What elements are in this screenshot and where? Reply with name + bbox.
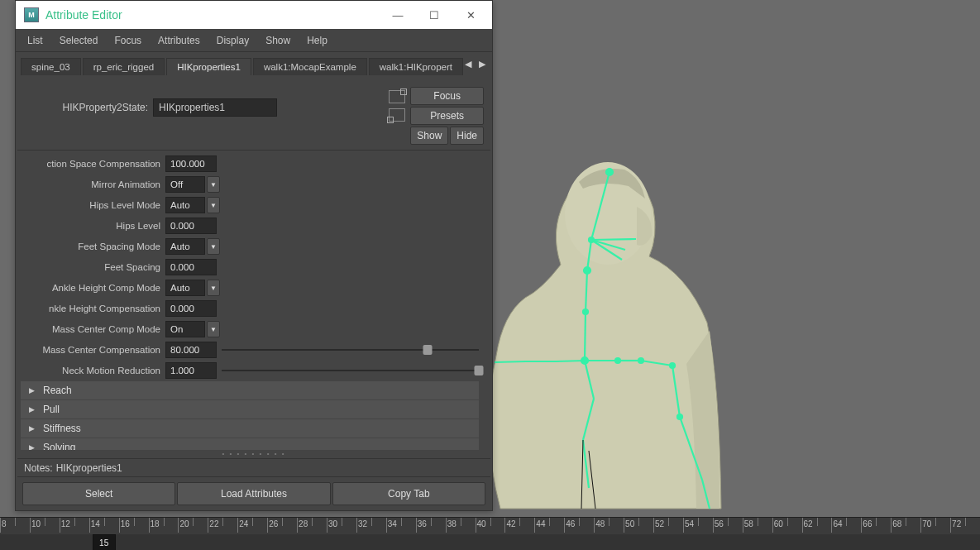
chevron-down-icon[interactable]: ▼ (207, 238, 220, 255)
disclosure-triangle-icon: ▶ (29, 405, 35, 414)
svg-line-10 (585, 312, 586, 361)
tick-label: 72 (952, 519, 961, 528)
tick-label: 28 (299, 519, 308, 528)
tick-label: 64 (833, 519, 842, 528)
minimize-button[interactable]: — (380, 2, 416, 27)
presets-button[interactable]: Presets (410, 107, 484, 125)
tick-label: 52 (655, 519, 664, 528)
resize-grip[interactable]: • • • • • • • • • (17, 450, 490, 458)
attribute-scroll-area[interactable]: ction Space CompensationMirror Animation… (17, 151, 490, 450)
node-name-input[interactable] (153, 98, 277, 117)
timeline-ruler[interactable]: 8101214161820222426283032343638404244464… (0, 518, 980, 534)
field-ankle-height-comp: nkle Height Compensation (21, 299, 479, 318)
menu-attributes[interactable]: Attributes (150, 31, 208, 50)
menu-list[interactable]: List (19, 31, 51, 50)
field-label: nkle Height Compensation (21, 304, 165, 313)
ankle-height-comp-mode-dropdown[interactable]: Auto (165, 280, 205, 296)
field-action-space-comp: ction Space Compensation (21, 154, 479, 174)
current-frame-marker[interactable]: 15 (93, 534, 116, 550)
feet-spacing-mode-dropdown[interactable]: Auto (165, 238, 205, 255)
tick-label: 36 (418, 519, 427, 528)
tick-label: 46 (566, 519, 575, 528)
tick-label: 32 (358, 519, 367, 528)
tab-scroll-right-icon[interactable]: ▶ (476, 59, 489, 69)
section-reach[interactable]: ▶Reach (21, 381, 479, 399)
menu-selected[interactable]: Selected (51, 31, 107, 50)
field-label: ction Space Compensation (21, 159, 165, 169)
menu-focus[interactable]: Focus (106, 31, 150, 50)
load-attributes-button[interactable]: Load Attributes (177, 482, 330, 505)
show-button[interactable]: Show (410, 127, 448, 145)
field-label: Feet Spacing Mode (21, 242, 165, 251)
tick-label: 14 (91, 519, 100, 528)
select-button[interactable]: Select (22, 482, 175, 505)
menu-show[interactable]: Show (257, 31, 299, 50)
tab-walk1-hikpropert[interactable]: walk1:HIKpropert (369, 58, 463, 75)
svg-line-24 (495, 361, 526, 362)
field-mass-center-comp: Mass Center Compensation (21, 340, 479, 360)
ankle-height-comp-input[interactable] (165, 300, 217, 317)
feet-spacing-input[interactable] (165, 259, 217, 275)
tab-scroll-left-icon[interactable]: ◀ (461, 59, 475, 69)
section-label: Solving (43, 442, 75, 450)
disclosure-triangle-icon: ▶ (29, 424, 35, 433)
field-label: Mass Center Compensation (21, 345, 165, 355)
tick-label: 12 (61, 519, 70, 528)
neck-motion-reduction-input[interactable] (165, 362, 217, 379)
tab-spine-03[interactable]: spine_03 (21, 58, 81, 75)
maximize-button[interactable]: ☐ (416, 2, 452, 27)
field-label: Hips Level (21, 221, 165, 231)
hips-level-input[interactable] (165, 218, 217, 234)
tabstrip: spine_03rp_eric_riggedHIKproperties1walk… (17, 52, 490, 75)
copy-tab-button[interactable]: Copy Tab (332, 482, 485, 505)
tab-rp-eric-rigged[interactable]: rp_eric_rigged (83, 58, 165, 75)
mass-center-comp-slider[interactable] (222, 342, 479, 358)
tick-label: 62 (804, 519, 813, 528)
tab-walk1-mocapexample[interactable]: walk1:MocapExample (253, 58, 367, 75)
outgoing-conn-icon[interactable] (389, 90, 405, 103)
close-button[interactable]: ✕ (452, 2, 489, 27)
section-stiffness[interactable]: ▶Stiffness (21, 419, 479, 438)
section-pull[interactable]: ▶Pull (21, 400, 479, 418)
titlebar[interactable]: M Attribute Editor — ☐ ✕ (16, 1, 492, 29)
node-type-label: HIKProperty2State: (24, 102, 148, 113)
field-ankle-height-comp-mode: Ankle Height Comp ModeAuto▼ (21, 278, 479, 298)
hips-level-mode-dropdown[interactable]: Auto (165, 197, 205, 213)
bottom-buttons: SelectLoad AttributesCopy Tab (17, 476, 490, 510)
disclosure-triangle-icon: ▶ (29, 386, 35, 395)
mass-center-comp-input[interactable] (165, 342, 217, 358)
focus-button[interactable]: Focus (410, 87, 484, 105)
timeline[interactable]: 8101214161820222426283032343638404244464… (0, 517, 980, 550)
field-label: Mass Center Comp Mode (21, 324, 165, 334)
field-neck-motion-reduction: Neck Motion Reduction (21, 361, 479, 380)
mass-center-comp-mode-dropdown[interactable]: On (165, 321, 205, 337)
mirror-animation-dropdown[interactable]: Off (165, 176, 205, 193)
tick-label: 38 (447, 519, 457, 528)
chevron-down-icon[interactable]: ▼ (207, 197, 220, 213)
field-label: Hips Level Mode (21, 200, 165, 210)
field-label: Feet Spacing (21, 262, 165, 272)
tick-label: 24 (239, 519, 248, 528)
notes-row[interactable]: Notes: HIKproperties1 (17, 458, 490, 476)
neck-motion-reduction-slider[interactable] (222, 362, 479, 379)
chevron-down-icon[interactable]: ▼ (207, 176, 220, 193)
section-solving[interactable]: ▶Solving (21, 438, 479, 450)
tick-label: 50 (625, 519, 634, 528)
menu-display[interactable]: Display (208, 31, 257, 50)
field-feet-spacing: Feet Spacing (21, 257, 479, 277)
field-hips-level: Hips Level (21, 216, 479, 236)
field-mass-center-comp-mode: Mass Center Comp ModeOn▼ (21, 319, 479, 339)
section-label: Stiffness (43, 423, 81, 434)
tab-hikproperties1[interactable]: HIKproperties1 (166, 58, 251, 75)
hide-button[interactable]: Hide (450, 127, 484, 145)
menu-help[interactable]: Help (299, 31, 336, 50)
field-hips-level-mode: Hips Level ModeAuto▼ (21, 195, 479, 215)
action-space-comp-input[interactable] (165, 155, 217, 172)
chevron-down-icon[interactable]: ▼ (207, 280, 220, 296)
incoming-conn-icon[interactable] (389, 108, 405, 122)
notes-label: Notes: (24, 462, 53, 474)
chevron-down-icon[interactable]: ▼ (207, 321, 220, 337)
section-label: Pull (43, 404, 60, 415)
tick-label: 70 (922, 519, 931, 528)
timeline-scrub[interactable]: 15 (0, 534, 980, 550)
